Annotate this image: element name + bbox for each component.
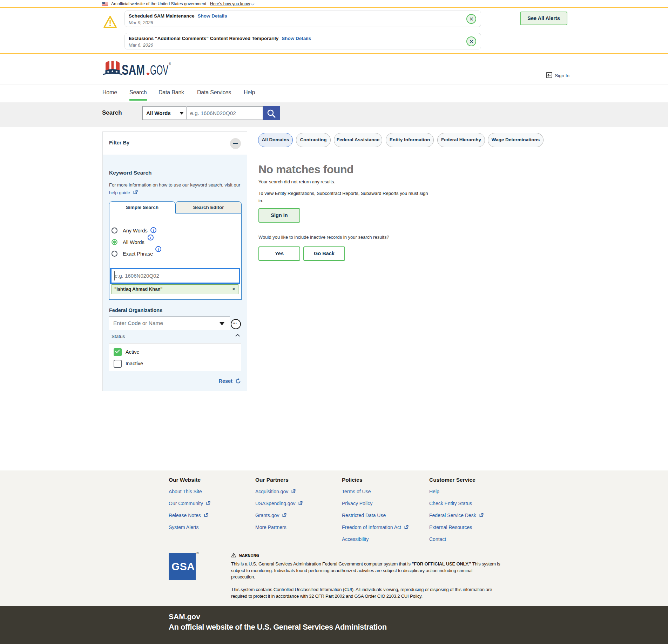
svg-text:GOV: GOV — [150, 63, 168, 77]
svg-text:SAM: SAM — [122, 62, 145, 77]
svg-text:®: ® — [169, 62, 171, 66]
